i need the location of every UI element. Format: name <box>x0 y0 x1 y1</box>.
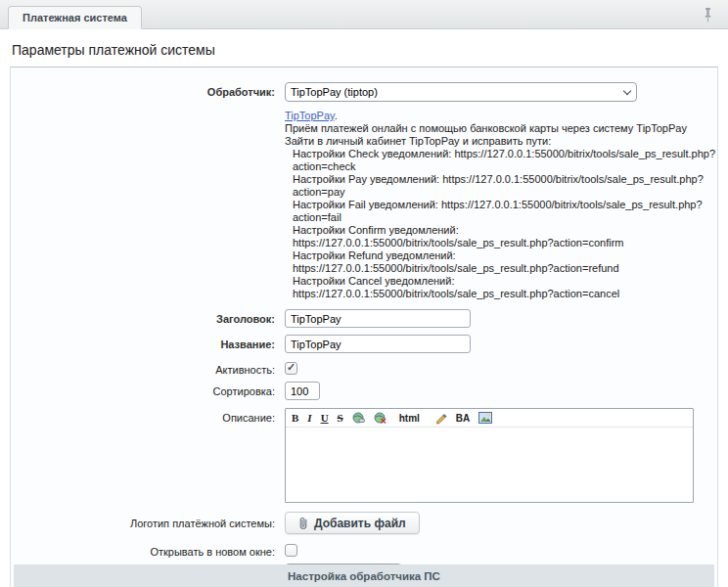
add-file-button[interactable]: Добавить файл <box>285 512 420 534</box>
handler-link-suffix: . <box>335 110 338 121</box>
new-window-label: Открывать в новом окне: <box>11 542 285 559</box>
row-active: Активность: <box>11 360 717 377</box>
pin-icon[interactable] <box>702 7 714 26</box>
notify-url-confirm: Настройки Confirm уведомлений: https://1… <box>285 224 717 249</box>
insert-link-icon[interactable] <box>352 412 365 425</box>
name-label: Название: <box>11 335 285 351</box>
title-input[interactable] <box>285 309 471 328</box>
tab-strip: Платежная система <box>0 0 728 29</box>
name-input[interactable] <box>285 335 471 353</box>
row-name: Название: <box>11 335 717 353</box>
row-sort: Сортировка: <box>11 382 717 400</box>
row-new-window: Открывать в новом окне: <box>11 542 717 559</box>
row-handler-description: TipTopPay. Приём платежей онлайн с помощ… <box>11 107 717 300</box>
handler-settings-section-header[interactable]: Настройка обработчика ПС <box>14 564 714 587</box>
paperclip-icon <box>298 517 308 530</box>
remove-link-icon[interactable] <box>374 412 387 425</box>
row-description: Описание: B I U S <box>11 408 717 503</box>
notify-url-cancel: Настройки Cancel уведомлений: https://12… <box>285 275 717 300</box>
active-label: Активность: <box>11 360 285 377</box>
handler-desc-line1: Приём платежей онлайн с помощью банковск… <box>285 122 717 135</box>
notify-url-check: Настройки Check уведомлений: https://127… <box>285 148 717 173</box>
new-window-checkbox[interactable] <box>285 544 297 557</box>
row-logo: Логотип платёжной системы: Добавить файл <box>11 512 717 534</box>
fontcase-button[interactable]: BA <box>456 410 470 427</box>
description-textarea[interactable] <box>286 428 693 502</box>
logo-label: Логотип платёжной системы: <box>11 512 285 530</box>
tab-payment-system[interactable]: Платежная система <box>8 6 142 29</box>
sort-label: Сортировка: <box>11 382 285 398</box>
payment-system-form: Обработчик: TipTopPay (tiptop) TipTopPay… <box>10 67 718 587</box>
handler-link[interactable]: TipTopPay <box>285 110 335 121</box>
notify-url-refund: Настройки Refund уведомлений: https://12… <box>285 249 717 275</box>
handler-desc-line2: Зайти в личный кабинет TipTopPay и испра… <box>285 135 717 148</box>
add-file-label: Добавить файл <box>314 517 406 530</box>
notify-url-fail: Настройки Fail уведомлений: https://127.… <box>285 199 717 224</box>
row-title: Заголовок: <box>11 309 717 328</box>
editor-toolbar: B I U S <box>286 409 693 428</box>
bold-button[interactable]: B <box>292 410 298 427</box>
title-label: Заголовок: <box>11 309 285 326</box>
italic-button[interactable]: I <box>307 410 311 427</box>
active-checkbox[interactable] <box>285 362 297 375</box>
strikethrough-button[interactable]: S <box>338 410 343 427</box>
page-title: Параметры платежной системы <box>0 29 728 67</box>
underline-button[interactable]: U <box>321 410 329 427</box>
html-source-button[interactable]: html <box>399 410 420 427</box>
description-editor: B I U S <box>285 408 694 503</box>
notify-url-pay: Настройки Pay уведомлений: https://127.0… <box>285 173 717 199</box>
edit-pencil-icon[interactable] <box>434 412 447 425</box>
handler-select[interactable]: TipTopPay (tiptop) <box>285 82 637 102</box>
sort-input[interactable] <box>285 382 320 400</box>
handler-label: Обработчик: <box>11 82 285 99</box>
handler-description: TipTopPay. Приём платежей онлайн с помощ… <box>285 107 717 300</box>
row-handler: Обработчик: TipTopPay (tiptop) <box>11 82 717 102</box>
description-label: Описание: <box>11 408 285 425</box>
image-icon[interactable] <box>478 412 492 424</box>
